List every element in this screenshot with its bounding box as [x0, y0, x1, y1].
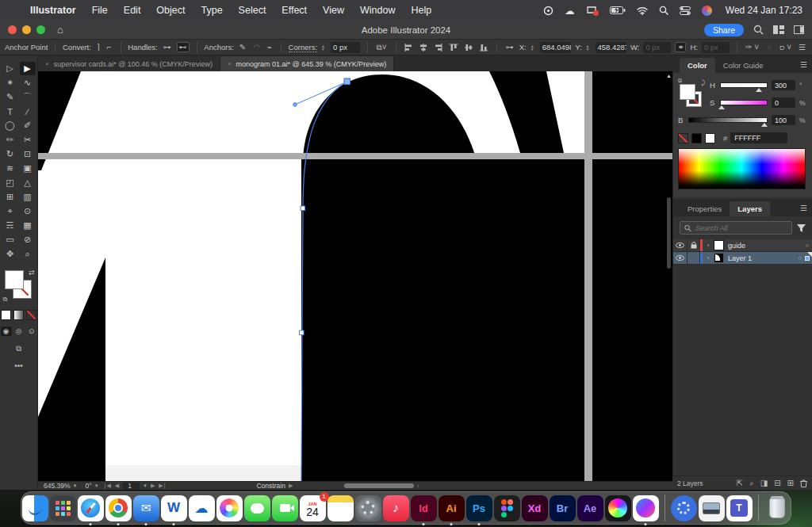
x-stepper[interactable]: ▲▼: [530, 44, 534, 51]
fill-swatch[interactable]: [5, 270, 24, 289]
dock-settings-icon[interactable]: [355, 495, 381, 521]
dock-word-icon[interactable]: W: [161, 495, 187, 521]
brightness-slider[interactable]: [688, 117, 768, 123]
white-swatch[interactable]: [705, 133, 715, 143]
battery-icon[interactable]: [610, 6, 626, 14]
last-artboard-icon[interactable]: ▶|: [159, 483, 166, 489]
artwork-canvas[interactable]: [38, 71, 672, 481]
wifi-icon[interactable]: [637, 6, 648, 15]
scissors-tool[interactable]: ✂: [20, 133, 36, 147]
brightness-value-field[interactable]: 100: [772, 115, 795, 125]
dock-chrome-icon[interactable]: [105, 495, 132, 521]
align-top-icon[interactable]: [448, 44, 459, 52]
shaper-tool[interactable]: ✏: [2, 133, 18, 147]
new-sublayer-icon[interactable]: ⊟: [774, 479, 780, 487]
hue-value-field[interactable]: 300: [772, 80, 795, 90]
none-swatch[interactable]: [678, 133, 688, 143]
align-hcenter-icon[interactable]: [418, 44, 429, 52]
lock-icon[interactable]: [688, 239, 700, 251]
menu-view[interactable]: View: [315, 5, 352, 16]
control-center-icon[interactable]: [680, 6, 691, 15]
layers-search-input[interactable]: [695, 224, 787, 232]
convert-to-corner-icon[interactable]: ⌉: [95, 43, 102, 52]
hand-tool[interactable]: ✥: [2, 247, 18, 261]
hide-handles-icon[interactable]: ⊷: [177, 42, 190, 52]
hex-value-field[interactable]: FFFFFF: [730, 132, 787, 143]
type-tool[interactable]: T: [2, 105, 18, 118]
edit-toolbar-icon[interactable]: •••: [0, 361, 37, 370]
dock-onedrive-icon[interactable]: ☁: [189, 495, 215, 521]
curvature-tool[interactable]: ⌒: [20, 90, 36, 104]
dock-messages-icon[interactable]: [244, 495, 270, 521]
cut-path-icon[interactable]: ⌁: [266, 43, 274, 52]
layer-thumbnail[interactable]: [714, 240, 724, 250]
panel-menu-icon[interactable]: ☰: [800, 204, 807, 212]
default-swatches-icon[interactable]: ⧉: [678, 78, 682, 84]
menu-clock[interactable]: Wed 24 Jan 17:23: [726, 5, 802, 16]
align-bottom-icon[interactable]: [478, 44, 489, 52]
menu-object[interactable]: Object: [148, 5, 193, 16]
menu-edit[interactable]: Edit: [116, 5, 149, 16]
dock-xd-icon[interactable]: Xd: [522, 495, 548, 521]
lasso-tool[interactable]: ∿: [20, 76, 36, 90]
status-expand-icon[interactable]: ▶: [289, 483, 293, 489]
y-stepper[interactable]: ▲▼: [586, 44, 590, 51]
x-field[interactable]: 684.0498 px: [540, 42, 571, 53]
share-button[interactable]: Share: [704, 24, 744, 36]
swap-fill-stroke-icon[interactable]: ⇄: [29, 269, 35, 277]
make-mask-icon[interactable]: ◨: [760, 479, 768, 487]
menu-select[interactable]: Select: [231, 5, 274, 16]
variable-width-profile-icon[interactable]: ✑ ˅: [744, 43, 760, 52]
rotate-tool[interactable]: ↻: [2, 147, 18, 161]
dock-aftereffects-icon[interactable]: Ae: [577, 495, 603, 521]
line-segment-tool[interactable]: ∕: [20, 105, 36, 118]
scroll-up-icon[interactable]: ▲: [666, 73, 672, 78]
new-layer-icon[interactable]: ⊞: [787, 479, 794, 487]
shape-properties-icon[interactable]: ⫐ ˅: [779, 43, 793, 52]
shape-builder-tool[interactable]: ◰: [2, 176, 18, 189]
dock-calendar-icon[interactable]: JAN 24 1: [300, 495, 326, 521]
dock-music-icon[interactable]: ♪: [383, 495, 409, 521]
draw-inside-mode[interactable]: ⊙: [26, 327, 37, 336]
draw-behind-mode[interactable]: ◎: [13, 327, 25, 336]
artboard-number-field[interactable]: 1: [123, 483, 140, 490]
tab-supervisor-cards[interactable]: × supervisor cards.ai* @ 100.46 % (CMYK/…: [38, 56, 220, 71]
workspace-switcher-icon[interactable]: [794, 25, 804, 34]
delete-layer-icon[interactable]: [800, 479, 807, 487]
magic-wand-tool[interactable]: ✶: [2, 76, 18, 90]
dock-photoshop-icon[interactable]: Ps: [466, 495, 492, 521]
visibility-eye-icon[interactable]: [673, 252, 688, 264]
search-icon[interactable]: [753, 25, 764, 35]
y-field[interactable]: 458.4287 px: [596, 42, 626, 53]
black-swatch[interactable]: [691, 133, 702, 143]
corners-label[interactable]: Corners:: [289, 43, 317, 52]
tab-properties[interactable]: Properties: [680, 201, 730, 216]
menu-window[interactable]: Window: [352, 5, 403, 16]
tab-color[interactable]: Color: [680, 58, 715, 73]
canvas-vertical-scrollbar[interactable]: ▲: [666, 73, 672, 479]
w-field[interactable]: 0 px: [643, 42, 671, 53]
document-setup-icon[interactable]: ⧉˅: [375, 43, 389, 52]
tab-layers[interactable]: Layers: [730, 201, 770, 216]
first-artboard-icon[interactable]: |◀: [105, 483, 112, 489]
eyedropper-tool[interactable]: ⌖: [2, 204, 18, 218]
locate-object-icon[interactable]: ⌕: [749, 479, 754, 488]
gradient-tool[interactable]: ▥: [20, 190, 36, 204]
dock-trash-icon[interactable]: [764, 495, 791, 521]
dock-bridge-icon[interactable]: Br: [550, 495, 576, 521]
dock-teams-icon[interactable]: T: [726, 495, 753, 521]
tab-monogram-01[interactable]: × monogram 01.ai* @ 645.39 % (CMYK/Previ…: [220, 56, 394, 71]
graph-tool[interactable]: ▦: [20, 219, 36, 232]
fill-stroke-control[interactable]: ⧉ ⇄: [3, 269, 35, 304]
corners-field[interactable]: 0 px: [331, 42, 360, 53]
puppet-warp-tool[interactable]: ▣: [20, 162, 36, 175]
fill-swatch[interactable]: [680, 84, 695, 100]
prev-artboard-icon[interactable]: ◀: [115, 483, 120, 489]
direct-selection-tool[interactable]: ▶: [20, 62, 36, 75]
remove-anchor-icon[interactable]: ✎: [238, 43, 247, 52]
panel-fill-stroke[interactable]: ⧉ ⤸: [678, 78, 705, 109]
dock-illustrator-icon[interactable]: Ai: [439, 495, 465, 521]
layer-name[interactable]: Layer 1: [728, 254, 798, 262]
panel-list-icon[interactable]: ☰: [797, 43, 807, 52]
lock-toggle-empty[interactable]: [688, 252, 700, 264]
